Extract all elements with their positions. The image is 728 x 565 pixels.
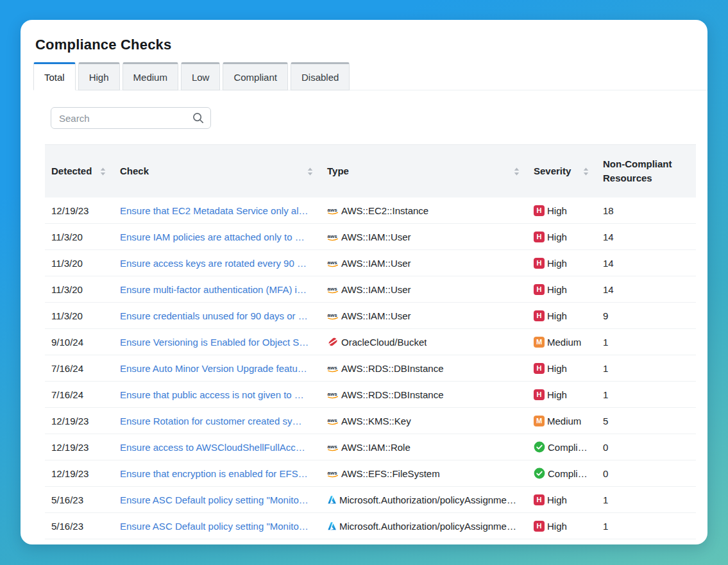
resources-count: 1: [603, 363, 608, 374]
sort-icon[interactable]: [307, 167, 313, 176]
aws-icon: aws: [327, 233, 339, 241]
detected-cell: 5/16/23: [45, 494, 114, 505]
table-row: 12/19/23 Ensure that encryption is enabl…: [45, 460, 696, 487]
resources-count: 14: [603, 284, 614, 295]
search-input[interactable]: [51, 107, 211, 129]
tab-compliant[interactable]: Compliant: [223, 62, 288, 90]
table-row: 9/10/24 Ensure Versioning is Enabled for…: [45, 329, 696, 355]
tab-high[interactable]: High: [78, 62, 120, 90]
check-cell: Ensure ASC Default policy setting "Monit…: [114, 521, 321, 532]
detected-cell: 12/19/23: [45, 205, 114, 216]
check-link[interactable]: Ensure IAM policies are attached only to…: [120, 232, 305, 242]
detected-date: 11/3/20: [51, 284, 83, 295]
compliance-table: Detected Check Type Severity Non-Complia…: [45, 144, 696, 539]
detected-date: 12/19/23: [51, 442, 89, 453]
severity-label: High: [547, 389, 567, 400]
check-link[interactable]: Ensure Versioning is Enabled for Object …: [120, 337, 309, 348]
type-cell: aws AWS::IAM::User: [321, 284, 527, 295]
check-link[interactable]: Ensure that EC2 Metadata Service only al…: [120, 205, 308, 216]
svg-text:aws: aws: [328, 233, 338, 239]
type-label: AWS::RDS::DBInstance: [341, 363, 444, 374]
table-row: 11/3/20 Ensure IAM policies are attached…: [45, 224, 696, 250]
aws-icon: aws: [327, 391, 339, 399]
type-label: AWS::IAM::User: [341, 258, 411, 269]
check-link[interactable]: Ensure credentials unused for 90 days or…: [120, 310, 308, 321]
svg-text:aws: aws: [328, 365, 338, 371]
detected-cell: 12/19/23: [45, 416, 114, 426]
svg-text:aws: aws: [328, 391, 338, 397]
severity-badge: H: [534, 310, 545, 321]
check-link[interactable]: Ensure ASC Default policy setting "Monit…: [120, 494, 309, 505]
tab-disabled[interactable]: Disabled: [291, 62, 350, 90]
severity-label: Compli…: [548, 442, 588, 453]
type-cell: aws AWS::IAM::User: [321, 310, 527, 321]
svg-text:aws: aws: [328, 286, 338, 292]
resources-cell: 1: [597, 363, 696, 374]
svg-text:aws: aws: [328, 312, 338, 318]
type-cell: aws AWS::EFS::FileSystem: [321, 468, 527, 479]
severity-cell: M Medium: [527, 337, 597, 348]
detected-date: 9/10/24: [51, 337, 83, 348]
resources-cell: 1: [597, 389, 696, 400]
check-link[interactable]: Ensure that public access is not given t…: [120, 389, 304, 400]
resources-cell: 0: [597, 468, 696, 479]
check-link[interactable]: Ensure access to AWSCloudShellFullAcc…: [120, 442, 305, 453]
check-link[interactable]: Ensure access keys are rotated every 90 …: [120, 258, 307, 269]
severity-label: High: [547, 521, 567, 532]
oracle-icon: [327, 336, 339, 348]
column-header-resources: Non-Compliant Resources: [597, 157, 696, 185]
table-row: 12/19/23 Ensure that EC2 Metadata Servic…: [45, 198, 696, 224]
severity-label: High: [547, 258, 567, 269]
table-row: 11/3/20 Ensure access keys are rotated e…: [45, 250, 696, 276]
column-header-check[interactable]: Check: [114, 164, 321, 178]
severity-cell: H High: [527, 284, 597, 295]
detected-cell: 5/16/23: [45, 521, 114, 532]
severity-badge: H: [534, 389, 545, 400]
detected-cell: 11/3/20: [45, 310, 114, 321]
severity-cell: H High: [527, 205, 597, 216]
search-icon[interactable]: [192, 112, 205, 124]
column-header-type[interactable]: Type: [321, 164, 527, 178]
check-cell: Ensure that encryption is enabled for EF…: [114, 468, 321, 479]
detected-date: 12/19/23: [51, 205, 89, 216]
severity-cell: Compli…: [527, 468, 597, 479]
severity-cell: H High: [527, 258, 597, 269]
severity-label: Medium: [547, 337, 581, 348]
check-link[interactable]: Ensure Auto Minor Version Upgrade featu…: [120, 363, 307, 374]
sort-icon[interactable]: [100, 167, 106, 176]
resources-count: 5: [603, 416, 608, 426]
check-link[interactable]: Ensure that encryption is enabled for EF…: [120, 468, 308, 479]
column-header-detected[interactable]: Detected: [45, 164, 114, 178]
type-label: AWS::EC2::Instance: [341, 205, 428, 216]
resources-count: 0: [603, 468, 608, 479]
resources-cell: 0: [597, 442, 696, 453]
resources-count: 9: [603, 310, 608, 321]
tab-total[interactable]: Total: [33, 62, 76, 90]
type-cell: aws AWS::IAM::Role: [321, 442, 527, 453]
severity-badge: M: [534, 416, 545, 426]
sort-icon[interactable]: [514, 167, 520, 176]
severity-cell: H High: [527, 232, 597, 242]
detected-date: 12/19/23: [51, 416, 89, 426]
tab-medium[interactable]: Medium: [123, 62, 178, 90]
table-row: 11/3/20 Ensure credentials unused for 90…: [45, 303, 696, 329]
table-row: 11/3/20 Ensure multi-factor authenticati…: [45, 276, 696, 303]
tab-bar: Total High Medium Low Compliant Disabled: [33, 62, 350, 90]
tab-low[interactable]: Low: [181, 62, 221, 90]
check-link[interactable]: Ensure multi-factor authentication (MFA)…: [120, 284, 307, 295]
sort-icon[interactable]: [583, 167, 589, 176]
check-cell: Ensure IAM policies are attached only to…: [114, 232, 321, 242]
svg-text:aws: aws: [328, 260, 338, 266]
severity-label: High: [547, 363, 567, 374]
aws-icon: aws: [327, 417, 339, 425]
type-label: AWS::IAM::Role: [341, 442, 411, 453]
resources-count: 1: [603, 337, 608, 348]
column-header-severity[interactable]: Severity: [527, 164, 597, 178]
page-title: Compliance Checks: [35, 37, 707, 53]
check-link[interactable]: Ensure ASC Default policy setting "Monit…: [120, 521, 309, 532]
check-link[interactable]: Ensure Rotation for customer created sy…: [120, 416, 301, 426]
severity-cell: H High: [527, 389, 597, 400]
type-label: AWS::RDS::DBInstance: [341, 389, 444, 400]
type-cell: Microsoft.Authorization/policyAssignme…: [321, 494, 527, 505]
aws-icon: aws: [327, 312, 339, 320]
